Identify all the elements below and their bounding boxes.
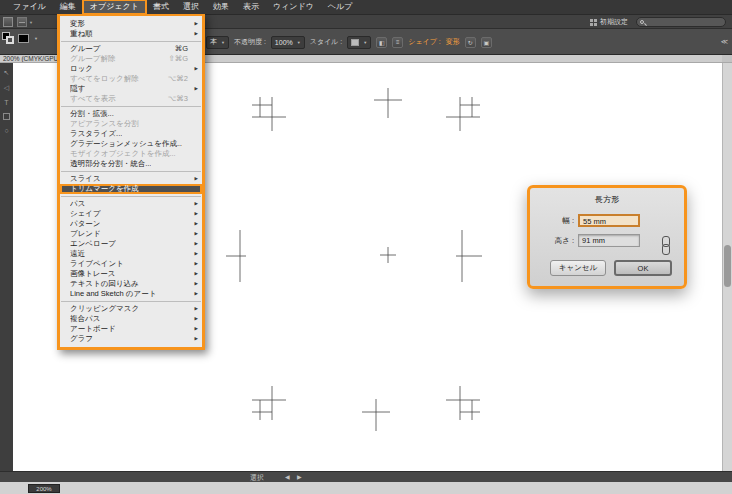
menu-item[interactable]: ラスタライズ... <box>60 129 202 139</box>
menu-item[interactable]: 変形 <box>60 19 202 29</box>
ok-button[interactable]: OK <box>614 260 672 276</box>
menu-item[interactable]: ロック <box>60 64 202 74</box>
menu-item-label: ラスタライズ... <box>70 129 122 139</box>
direct-selection-tool-icon[interactable]: ◁ <box>2 83 11 92</box>
graphic-style-dropdown[interactable]: ▼ <box>347 36 371 49</box>
menu-item[interactable]: 遠近 <box>60 249 202 259</box>
menu-item-label: スライス <box>70 174 101 184</box>
menu-item[interactable]: グループ解除 ⇧⌘G <box>60 54 202 64</box>
height-field[interactable]: 91 mm <box>578 234 640 247</box>
menubar-item[interactable]: 書式 <box>146 0 176 14</box>
object-menu-dropdown: 変形 重ね順 グループ ⌘G グループ解除 ⇧⌘G ロック すべてをロック解除 … <box>57 13 205 350</box>
next-artboard-button[interactable]: ▶ <box>297 473 302 482</box>
width-field[interactable]: 55 mm <box>578 214 640 227</box>
menu-item[interactable]: グラデーションメッシュを作成... <box>60 139 202 149</box>
opacity-dropdown[interactable]: 100% ▼ <box>271 36 305 49</box>
menu-item[interactable]: パターン <box>60 219 202 229</box>
menu-item-label: ロック <box>70 64 93 74</box>
menu-item[interactable]: テキストの回り込み <box>60 279 202 289</box>
fill-stroke-proxy-icon[interactable] <box>2 32 14 44</box>
menu-item[interactable]: ブレンド <box>60 229 202 239</box>
chevron-down-icon: ▼ <box>34 36 38 41</box>
menu-item-label: Line and Sketch のアート <box>70 289 156 299</box>
menubar-item[interactable]: 選択 <box>176 0 206 14</box>
menu-item-label: モザイクオブジェクトを作成... <box>70 149 176 159</box>
menu-item[interactable]: アートボード <box>60 324 202 334</box>
menu-item-label: グラデーションメッシュを作成... <box>70 139 182 149</box>
menu-item-label: パターン <box>70 219 101 229</box>
chevron-down-icon: ▼ <box>297 40 301 45</box>
zoom-level-field[interactable]: 200% <box>28 484 60 493</box>
transform-link[interactable]: 変形 <box>446 37 460 47</box>
menu-item-label: 重ね順 <box>70 29 93 39</box>
cancel-button[interactable]: キャンセル <box>550 260 606 276</box>
rectangle-tool-icon[interactable] <box>3 113 10 120</box>
previous-artboard-button[interactable]: ◀ <box>285 473 290 482</box>
menu-item-label: 透明部分を分割・統合... <box>70 159 151 169</box>
shape-label[interactable]: シェイプ : <box>408 37 441 47</box>
width-label: 幅 : <box>542 216 574 226</box>
dialog-title: 長方形 <box>530 188 684 214</box>
style-dropdown[interactable]: 本 ▼ <box>206 36 229 49</box>
menubar-item[interactable]: 編集 <box>53 0 83 14</box>
isolate-icon[interactable]: ▣ <box>481 37 492 48</box>
menubar-item[interactable]: ウィンドウ <box>266 0 321 14</box>
scrollbar-corner <box>722 55 732 63</box>
menu-item[interactable]: 分割・拡張... <box>60 109 202 119</box>
menu-item[interactable]: 重ね順 <box>60 29 202 39</box>
menu-item[interactable]: パス <box>60 199 202 209</box>
menu-item <box>61 196 201 197</box>
menu-item[interactable]: Line and Sketch のアート <box>60 289 202 299</box>
menu-item-label: ブレンド <box>70 229 101 239</box>
menubar-item[interactable]: 表示 <box>236 0 266 14</box>
menu-item[interactable]: ライブペイント <box>60 259 202 269</box>
menu-item <box>61 106 201 107</box>
type-tool-icon[interactable]: T <box>2 98 11 107</box>
constrain-proportions-icon[interactable] <box>661 236 670 256</box>
menu-item[interactable]: グラフ <box>60 334 202 344</box>
menubar-item[interactable]: 効果 <box>206 0 236 14</box>
menu-item[interactable]: トリムマークを作成 <box>60 184 202 194</box>
selection-tool-icon[interactable]: ↖ <box>2 68 11 77</box>
align-icon[interactable]: ≡ <box>392 37 403 48</box>
menu-item[interactable]: クリッピングマスク <box>60 304 202 314</box>
menu-item[interactable]: 透明部分を分割・統合... <box>60 159 202 169</box>
menu-item-label: パス <box>70 199 85 209</box>
menubar-item-label: ファイル <box>13 0 46 14</box>
menu-item[interactable]: アピアランスを分割 <box>60 119 202 129</box>
menu-item[interactable]: モザイクオブジェクトを作成... <box>60 149 202 159</box>
collapse-panel-button[interactable]: ≪ <box>721 38 728 46</box>
menu-item[interactable]: 複合パス <box>60 314 202 324</box>
app-icon <box>3 17 13 27</box>
rotate-icon[interactable]: ↻ <box>465 37 476 48</box>
chevron-down-icon: ▼ <box>363 40 367 45</box>
vertical-scrollbar-thumb[interactable] <box>724 245 731 287</box>
search-input[interactable] <box>636 17 726 27</box>
menu-item[interactable]: エンベロープ <box>60 239 202 249</box>
menu-item[interactable]: グループ ⌘G <box>60 44 202 54</box>
menu-item[interactable]: シェイプ <box>60 209 202 219</box>
menubar-item-label: ヘルプ <box>328 0 353 14</box>
menu-item[interactable]: すべてを表示 ⌥⌘3 <box>60 94 202 104</box>
menubar-item[interactable]: オブジェクト <box>83 0 146 14</box>
search-icon <box>640 20 644 24</box>
menubar-item[interactable]: ファイル <box>6 0 53 14</box>
menu-item[interactable]: 画像トレース <box>60 269 202 279</box>
menu-item[interactable]: すべてをロック解除 ⌥⌘2 <box>60 74 202 84</box>
workspace-switcher[interactable]: 初期設定 <box>590 15 628 29</box>
menu-item[interactable]: 隠す <box>60 84 202 94</box>
menu-item-label: すべてをロック解除 <box>70 74 139 84</box>
menu-item[interactable]: スライス <box>60 174 202 184</box>
menubar-item[interactable]: ヘルプ <box>321 0 360 14</box>
graphic-style-swatch <box>351 39 359 46</box>
menu-item-label: 分割・拡張... <box>70 109 114 119</box>
vertical-scrollbar[interactable] <box>722 63 732 471</box>
zoom-tool-icon[interactable]: ○ <box>2 126 11 135</box>
menu-item-shortcut: ⇧⌘G <box>162 54 188 64</box>
arrange-documents-icon[interactable] <box>17 17 27 27</box>
height-label: 高さ : <box>542 236 574 246</box>
menu-item-label: グラフ <box>70 334 93 344</box>
recolor-artwork-icon[interactable]: ◧ <box>376 37 387 48</box>
menubar-item-label: 編集 <box>60 0 76 14</box>
fill-color-swatch[interactable] <box>18 34 29 43</box>
